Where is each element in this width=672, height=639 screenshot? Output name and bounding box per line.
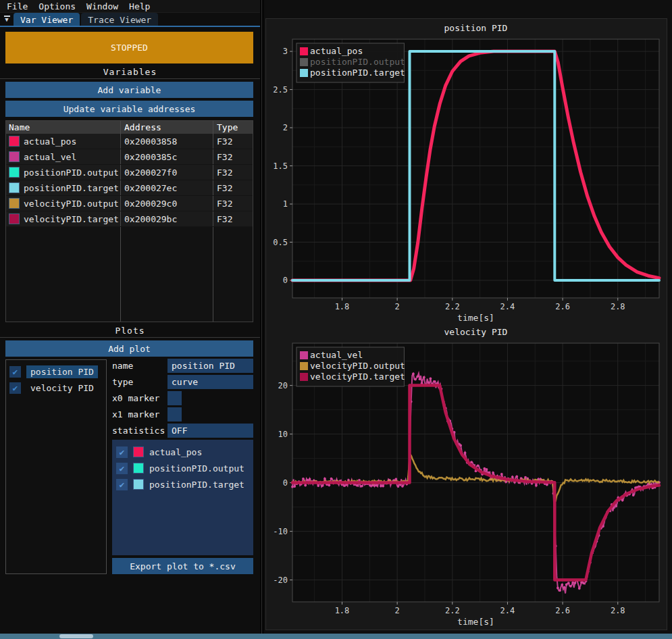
series-name: actual_pos (149, 447, 202, 457)
tab-underline (0, 26, 260, 27)
variables-section-header: Variables (0, 67, 260, 77)
plot-list-item[interactable]: ✔ position PID (6, 363, 106, 380)
collapse-arrow-icon[interactable]: ▼ (0, 13, 14, 26)
series-name: positionPID.output (149, 463, 244, 474)
charts-container: 1.822.22.42.62.800.511.522.53position PI… (265, 18, 667, 630)
statistics-toggle[interactable]: OFF (167, 424, 253, 438)
menu-help[interactable]: Help (129, 1, 150, 11)
variable-color-swatch[interactable] (9, 136, 20, 147)
update-variable-addresses-button[interactable]: Update variable addresses (5, 101, 253, 117)
table-row[interactable]: actual_vel 0x2000385c F32 (6, 149, 253, 165)
series-list-item[interactable]: ✔ positionPID.output (112, 460, 253, 476)
plot-visible-checkbox[interactable]: ✔ (9, 366, 21, 378)
table-row[interactable]: velocityPID.target 0x200029bc F32 (6, 211, 253, 227)
variable-type: F32 (217, 199, 232, 209)
chart-legend: actual_pospositionPID.outputpositionPID.… (296, 43, 405, 82)
menu-bar: File Options Window Help (0, 0, 260, 13)
variable-color-swatch[interactable] (9, 167, 20, 178)
series-list-item[interactable]: ✔ actual_pos (112, 444, 253, 460)
add-plot-button[interactable]: Add plot (5, 340, 253, 357)
tab-var-viewer[interactable]: Var Viewer (14, 13, 80, 26)
variable-color-swatch[interactable] (9, 198, 20, 209)
plot-list-item[interactable]: ✔ velocity PID (6, 380, 106, 396)
plot-visible-checkbox[interactable]: ✔ (9, 382, 21, 394)
menu-options[interactable]: Options (38, 1, 76, 11)
type-label: type (112, 377, 167, 387)
series-enabled-checkbox[interactable]: ✔ (116, 446, 128, 458)
x0-marker-checkbox[interactable] (167, 391, 182, 405)
variable-color-swatch[interactable] (9, 151, 20, 162)
x1-marker-checkbox[interactable] (167, 407, 182, 421)
table-row[interactable]: positionPID.target 0x200027ec F32 (6, 180, 253, 196)
legend-item-velocityPID.output[interactable]: velocityPID.output (300, 361, 405, 371)
svg-text:-10: -10 (273, 527, 288, 536)
svg-text:-20: -20 (273, 576, 288, 585)
scrollbar-thumb[interactable] (59, 634, 93, 638)
legend-item-positionPID.target[interactable]: positionPID.target (300, 68, 405, 78)
series-enabled-checkbox[interactable]: ✔ (116, 463, 128, 474)
variable-address: 0x200029c0 (124, 199, 177, 209)
column-header-name[interactable]: Name (6, 121, 121, 134)
table-row[interactable]: velocityPID.output 0x200029c0 F32 (6, 196, 253, 211)
svg-text:0: 0 (283, 276, 288, 285)
x-axis-label: time[s] (457, 313, 494, 323)
chart-title: velocity PID (444, 327, 508, 337)
variables-table: Name Address Type actual_pos 0x20003858 … (5, 120, 253, 322)
column-header-type[interactable]: Type (213, 121, 253, 134)
table-row[interactable]: positionPID.output 0x200027f0 F32 (6, 165, 253, 180)
add-variable-button[interactable]: Add variable (5, 82, 253, 98)
horizontal-scrollbar[interactable] (0, 634, 672, 639)
property-row-statistics: statistics OFF (112, 424, 253, 438)
svg-text:2.2: 2.2 (445, 302, 460, 311)
series-name: positionPID.target (149, 480, 244, 490)
x1-marker-label: x1 marker (112, 409, 167, 419)
series-enabled-checkbox[interactable]: ✔ (116, 479, 128, 490)
variable-address: 0x200029bc (124, 214, 177, 224)
svg-text:actual_pos: actual_pos (310, 46, 363, 56)
table-row[interactable]: actual_pos 0x20003858 F32 (6, 134, 253, 149)
velocity-pid-chart[interactable]: 1.822.22.42.62.8-20-1001020velocity PIDt… (266, 327, 667, 631)
table-empty-area (6, 227, 253, 322)
column-header-address[interactable]: Address (121, 121, 213, 134)
svg-text:2.2: 2.2 (445, 606, 460, 615)
svg-text:2: 2 (283, 123, 288, 132)
legend-item-velocityPID.target[interactable]: velocityPID.target (300, 372, 405, 382)
series-list-item[interactable]: ✔ positionPID.target (112, 476, 253, 492)
variable-color-swatch[interactable] (9, 182, 20, 193)
x0-marker-label: x0 marker (112, 393, 167, 403)
svg-text:2.4: 2.4 (500, 606, 515, 615)
svg-text:actual_vel: actual_vel (310, 350, 363, 360)
plot-name-input[interactable]: position PID (167, 359, 253, 373)
chart-title: position PID (444, 23, 508, 33)
menu-file[interactable]: File (7, 1, 28, 11)
tab-trace-viewer[interactable]: Trace Viewer (81, 13, 158, 26)
plot-name: velocity PID (26, 382, 98, 394)
left-panel: File Options Window Help ▼ Var Viewer Tr… (0, 0, 260, 639)
export-csv-button[interactable]: Export plot to *.csv (112, 558, 253, 574)
svg-text:2.5: 2.5 (273, 85, 288, 95)
svg-text:1: 1 (283, 199, 288, 209)
variable-type: F32 (217, 168, 232, 178)
variable-address: 0x2000385c (124, 152, 177, 162)
statistics-label: statistics (112, 426, 167, 436)
variable-color-swatch[interactable] (9, 213, 20, 224)
svg-text:2.8: 2.8 (611, 606, 625, 615)
svg-text:2.6: 2.6 (555, 606, 570, 615)
menu-window[interactable]: Window (86, 1, 118, 11)
svg-text:1.8: 1.8 (335, 302, 350, 311)
series-color-swatch[interactable] (133, 479, 144, 490)
position-pid-chart[interactable]: 1.822.22.42.62.800.511.522.53position PI… (266, 19, 667, 327)
svg-text:10: 10 (278, 430, 288, 439)
series-color-swatch[interactable] (133, 463, 144, 474)
series-color-swatch[interactable] (133, 446, 144, 457)
plot-type-select[interactable]: curve (167, 375, 253, 389)
svg-text:2.4: 2.4 (500, 302, 515, 311)
right-panel: 1.822.22.42.62.800.511.522.53position PI… (264, 0, 672, 639)
stopped-button[interactable]: STOPPED (5, 32, 253, 63)
svg-text:1.5: 1.5 (273, 161, 288, 171)
property-row-x0-marker: x0 marker (112, 391, 253, 405)
svg-text:velocityPID.target: velocityPID.target (310, 372, 405, 382)
legend-item-positionPID.output[interactable]: positionPID.output (300, 57, 405, 67)
svg-text:0: 0 (283, 478, 288, 488)
svg-text:20: 20 (278, 381, 288, 390)
